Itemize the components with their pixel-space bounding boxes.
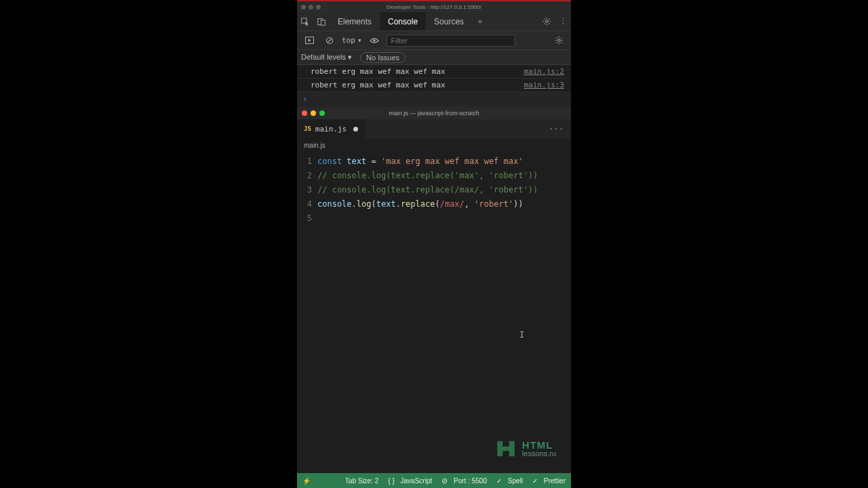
code-line[interactable]: 2// console.log(text.replace('max', 'rob… bbox=[297, 169, 571, 183]
console-prompt[interactable] bbox=[297, 92, 571, 107]
line-number: 5 bbox=[297, 211, 312, 226]
device-toggle-icon[interactable] bbox=[313, 18, 330, 26]
tab-sources[interactable]: Sources bbox=[426, 12, 472, 30]
inspect-icon[interactable] bbox=[297, 18, 313, 26]
html-lessons-logo-icon bbox=[495, 438, 517, 460]
code-editor: main.js — javascript-from-scratch JS mai… bbox=[297, 107, 571, 488]
line-number: 2 bbox=[297, 169, 312, 183]
breadcrumb[interactable]: main.js bbox=[297, 138, 571, 152]
context-select[interactable]: top ▾ bbox=[342, 36, 362, 45]
devtools-tabstrip: Elements Console Sources » ⋮ bbox=[297, 12, 571, 31]
console-output: robert erg max wef max wef maxmain.js:2r… bbox=[297, 65, 571, 92]
modified-indicator-icon bbox=[353, 127, 358, 131]
kebab-icon[interactable]: ⋮ bbox=[555, 17, 571, 26]
devtools-title: Developer Tools - http://127.0.0.1:5500/ bbox=[297, 4, 571, 10]
levels-dropdown[interactable]: Default levels ▾ bbox=[301, 53, 352, 62]
tab-elements[interactable]: Elements bbox=[330, 12, 380, 30]
console-settings-gear-icon[interactable] bbox=[551, 36, 567, 45]
gear-icon[interactable] bbox=[538, 17, 555, 26]
live-server-icon[interactable] bbox=[302, 477, 311, 485]
code-line[interactable]: 5 bbox=[297, 211, 571, 226]
svg-point-8 bbox=[557, 39, 560, 42]
tab-label: main.js bbox=[315, 125, 347, 134]
editor-title: main.js — javascript-from-scratch bbox=[297, 110, 571, 117]
status-port[interactable]: Port : 5500 bbox=[441, 476, 487, 485]
tab-console[interactable]: Console bbox=[380, 12, 426, 30]
line-number: 4 bbox=[297, 197, 312, 211]
watermark-name: HTML bbox=[522, 440, 556, 450]
status-prettier[interactable]: Prettier bbox=[532, 477, 566, 485]
svg-point-7 bbox=[373, 39, 376, 42]
console-toolbar: top ▾ bbox=[297, 31, 571, 50]
app-window: Developer Tools - http://127.0.0.1:5500/… bbox=[297, 0, 571, 488]
devtools-titlebar: Developer Tools - http://127.0.0.1:5500/ bbox=[297, 1, 571, 12]
svg-line-6 bbox=[328, 39, 332, 43]
svg-point-3 bbox=[545, 20, 548, 23]
watermark-sub: lessons.ru bbox=[522, 450, 556, 458]
code-area[interactable]: 1const text = 'max erg max wef max wef m… bbox=[297, 152, 571, 473]
text-cursor-icon: I bbox=[519, 328, 524, 342]
watermark: HTML lessons.ru bbox=[495, 438, 556, 460]
code-line[interactable]: 3// console.log(text.replace(/max/, 'rob… bbox=[297, 183, 571, 197]
file-type-icon: JS bbox=[304, 125, 311, 132]
console-row: robert erg max wef max wef maxmain.js:2 bbox=[297, 65, 571, 79]
sidebar-toggle-icon[interactable] bbox=[301, 37, 317, 44]
statusbar: Tab Size: 2 JavaScript Port : 5500 Spell… bbox=[297, 473, 571, 488]
line-number: 1 bbox=[297, 155, 312, 169]
filter-input[interactable] bbox=[387, 35, 515, 47]
console-levels-bar: Default levels ▾ No Issues bbox=[297, 50, 571, 65]
status-spell[interactable]: Spell bbox=[496, 477, 523, 485]
editor-tabstrip: JS main.js ··· bbox=[297, 119, 571, 138]
log-source-link[interactable]: main.js:3 bbox=[524, 81, 564, 89]
more-tabs-icon[interactable]: » bbox=[472, 17, 488, 26]
code-line[interactable]: 1const text = 'max erg max wef max wef m… bbox=[297, 155, 571, 169]
issues-pill[interactable]: No Issues bbox=[360, 52, 406, 63]
status-language[interactable]: JavaScript bbox=[388, 477, 432, 485]
editor-titlebar: main.js — javascript-from-scratch bbox=[297, 107, 571, 119]
status-tabsize[interactable]: Tab Size: 2 bbox=[345, 477, 378, 485]
console-row: robert erg max wef max wef maxmain.js:3 bbox=[297, 79, 571, 92]
eye-icon[interactable] bbox=[366, 37, 382, 44]
line-number: 3 bbox=[297, 183, 312, 197]
devtools-panel: Developer Tools - http://127.0.0.1:5500/… bbox=[297, 0, 571, 107]
log-message: robert erg max wef max wef max bbox=[311, 81, 446, 89]
clear-console-icon[interactable] bbox=[321, 37, 338, 45]
log-message: robert erg max wef max wef max bbox=[311, 67, 446, 76]
svg-rect-2 bbox=[321, 20, 325, 25]
tab-overflow-icon[interactable]: ··· bbox=[542, 125, 571, 134]
log-source-link[interactable]: main.js:2 bbox=[524, 67, 564, 76]
code-line[interactable]: 4console.log(text.replace(/max/, 'robert… bbox=[297, 197, 571, 211]
tab-main-js[interactable]: JS main.js bbox=[297, 119, 365, 138]
window-controls[interactable] bbox=[297, 5, 321, 9]
